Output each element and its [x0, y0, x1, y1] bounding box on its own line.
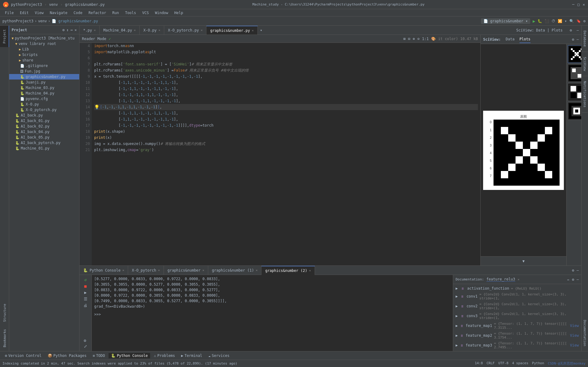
- bookmark-icon[interactable]: 🔖: [576, 19, 581, 23]
- menu-edit[interactable]: Edit: [17, 10, 31, 16]
- sciview-tab-plots[interactable]: Plots: [520, 36, 531, 43]
- coverage-button[interactable]: ⬛: [545, 19, 549, 23]
- bottom-minus-icon[interactable]: —: [577, 268, 579, 272]
- sciview-tab-data[interactable]: Data: [506, 36, 515, 43]
- tab-graphics-close[interactable]: ✕: [252, 29, 254, 32]
- python-packages-btn[interactable]: 📦 Python Packages: [45, 353, 89, 358]
- thumb-3[interactable]: [568, 83, 581, 101]
- console-print-icon[interactable]: 🖨: [83, 303, 87, 308]
- documentation-side-tab[interactable]: Documentation: [582, 315, 588, 351]
- terminal-btn[interactable]: ▶ Terminal: [179, 353, 205, 358]
- tab-minus-icon[interactable]: —: [577, 28, 579, 32]
- tree-ai-back02[interactable]: 🐍 AI_back_02.py: [9, 124, 79, 129]
- sidebar-collapse-icon[interactable]: ↔: [71, 28, 73, 32]
- bottom-tab-graphics1[interactable]: graphics&number (1) ✕: [208, 266, 261, 275]
- minimize-btn[interactable]: ─: [572, 2, 574, 7]
- doc-edit-icon[interactable]: ✏: [567, 277, 569, 282]
- doc-item-activation[interactable]: ▶ ≡ activation_function = {ReLU} ReLU(): [453, 285, 581, 291]
- doc-close[interactable]: ✕: [518, 278, 520, 281]
- problems-btn[interactable]: ⚠ Problems: [151, 353, 177, 358]
- expand-fmap1-icon[interactable]: ▶: [456, 324, 459, 328]
- tab-graphics-number[interactable]: graphics&number.py ✕: [206, 26, 257, 35]
- run-button[interactable]: ▶: [533, 19, 535, 24]
- bottom-tab-graphics2[interactable]: graphics&number (2) ✕: [261, 266, 315, 275]
- notifications-tab[interactable]: Notifications: [582, 76, 588, 113]
- doc-fmap3-view[interactable]: View: [570, 343, 579, 347]
- soft-wrap-icon[interactable]: ⊞: [403, 37, 405, 41]
- close-btn[interactable]: ✕: [583, 2, 585, 7]
- run-config[interactable]: 📄 graphics&number ▾: [481, 18, 530, 24]
- plot-nav-chevron[interactable]: ▼: [522, 259, 524, 263]
- thumb-2[interactable]: [568, 64, 581, 82]
- breadcrumb-file[interactable]: 📄 graphics&number.py: [52, 19, 98, 23]
- console-output[interactable]: [0.5277, 0.0000, 0.0833, 0.0000, 0.9722,…: [92, 275, 453, 351]
- tree-ai-back01[interactable]: 🐍 AI_back_01.py: [9, 118, 79, 124]
- tab-xo-close[interactable]: ✕: [158, 28, 160, 32]
- menu-help[interactable]: Help: [172, 10, 186, 16]
- tree-xo-pytorch[interactable]: 🐍 X-O_pytorch.py: [9, 107, 79, 113]
- tree-lib[interactable]: ▶ Lib: [9, 46, 79, 52]
- doc-gear-icon[interactable]: ⚙: [572, 277, 574, 282]
- tree-gitignore[interactable]: 📄 .gitignore: [9, 63, 79, 69]
- expand-fmap2-icon[interactable]: ▶: [456, 333, 459, 338]
- python-console-bottom-btn[interactable]: 🐍 Python Console: [109, 353, 150, 358]
- expand-conv1-icon[interactable]: ▶: [456, 294, 460, 298]
- vcs-status[interactable]: CSDN·@无所思想monkey: [548, 361, 586, 366]
- xo-pytorch-console-close[interactable]: ✕: [158, 269, 160, 272]
- doc-fmap1-view[interactable]: View: [570, 324, 579, 328]
- tree-ai-back-pytorch[interactable]: 🐍 AI_back_pytorch.py: [9, 140, 79, 146]
- console-rerun-icon[interactable]: ↺: [84, 277, 87, 282]
- console-gear2-icon[interactable]: ⚙: [84, 338, 87, 343]
- sciview-minus-icon[interactable]: —: [577, 37, 579, 42]
- doc-item-fmap2[interactable]: ▶ ≡ feature_map2 = {Tensor: (1, 1, 7, 7)…: [453, 331, 581, 340]
- sidebar-close-icon[interactable]: ✕: [75, 28, 77, 32]
- sciview-gear-icon[interactable]: ⚙: [572, 37, 574, 42]
- tree-machine01[interactable]: 🐍 Machine_01.py: [9, 146, 79, 151]
- tree-ai-back[interactable]: 🐍 AI_back.py: [9, 113, 79, 118]
- maximize-btn[interactable]: □: [578, 2, 580, 7]
- breadcrumb-project[interactable]: pythonProject3: [2, 19, 33, 23]
- menu-tools[interactable]: Tools: [123, 10, 139, 16]
- tab-xo-pytorch-close[interactable]: ✕: [201, 28, 202, 32]
- expand-conv3-icon[interactable]: ▶: [456, 314, 460, 318]
- tree-venv[interactable]: ▼ venv library root: [9, 41, 79, 46]
- doc-fmap2-view[interactable]: View: [570, 333, 579, 338]
- sciview-side-tab[interactable]: SciView: [582, 52, 588, 76]
- menu-view[interactable]: View: [32, 10, 46, 16]
- tab-star-close[interactable]: ✕: [94, 28, 96, 32]
- expand-activation-icon[interactable]: ▶: [456, 286, 460, 291]
- tab-gear-icon[interactable]: ⚙: [570, 28, 572, 32]
- todo-btn[interactable]: ≡ TODO: [90, 353, 107, 358]
- menu-code[interactable]: Code: [71, 10, 85, 16]
- expand-fmap3-icon[interactable]: ▶: [456, 343, 459, 347]
- console-settings-icon[interactable]: ☰: [84, 297, 87, 301]
- console-stop-icon[interactable]: ■: [84, 284, 87, 288]
- doc-item-conv3[interactable]: ▶ ≡ conv3 = {Conv2d} Conv2d(1, 1, kernel…: [453, 311, 581, 321]
- tree-machine04[interactable]: 🐍 Machine_04.py: [9, 91, 79, 96]
- split-icon[interactable]: ⊟: [408, 37, 410, 41]
- structure-tab[interactable]: Structure: [0, 300, 9, 326]
- console-fold-icon[interactable]: ⤢: [84, 344, 87, 349]
- bookmarks-tab[interactable]: Bookmarks: [0, 325, 9, 351]
- sidebar-gear-icon[interactable]: ⚙: [62, 28, 65, 32]
- tab-machine04[interactable]: Machine_04.py ✕: [100, 26, 140, 35]
- bottom-tab-xo-pytorch[interactable]: X-O_pytorch ✕: [128, 266, 164, 275]
- debug-button[interactable]: 🐛: [538, 19, 542, 23]
- menu-file[interactable]: File: [2, 10, 16, 16]
- tab-star-py[interactable]: *.py ✕: [80, 26, 100, 35]
- tree-share[interactable]: ▶ share: [9, 57, 79, 63]
- menu-window[interactable]: Window: [153, 10, 171, 16]
- console-run-icon[interactable]: ▶: [84, 290, 87, 295]
- bottom-tab-graphics[interactable]: graphics&number ✕: [164, 266, 208, 275]
- color-picker-icon[interactable]: 🎨: [431, 37, 436, 41]
- profile-button[interactable]: ⏱: [552, 19, 555, 23]
- search-icon[interactable]: 🔍: [569, 19, 574, 23]
- graphics1-console-close[interactable]: ✕: [256, 269, 257, 272]
- reader-mode-btn[interactable]: Reader Mode: [82, 37, 106, 41]
- zoom-minus-icon[interactable]: ⊖: [417, 37, 420, 41]
- database-tab[interactable]: Database: [582, 26, 588, 52]
- tree-ai-back05[interactable]: 🐍 AI_back_05.py: [9, 135, 79, 140]
- tree-graphics-number[interactable]: 🐍 graphics&number.py: [9, 74, 79, 80]
- python-console-close[interactable]: ✕: [122, 269, 124, 272]
- git-button[interactable]: 🔀 ▾: [558, 19, 567, 23]
